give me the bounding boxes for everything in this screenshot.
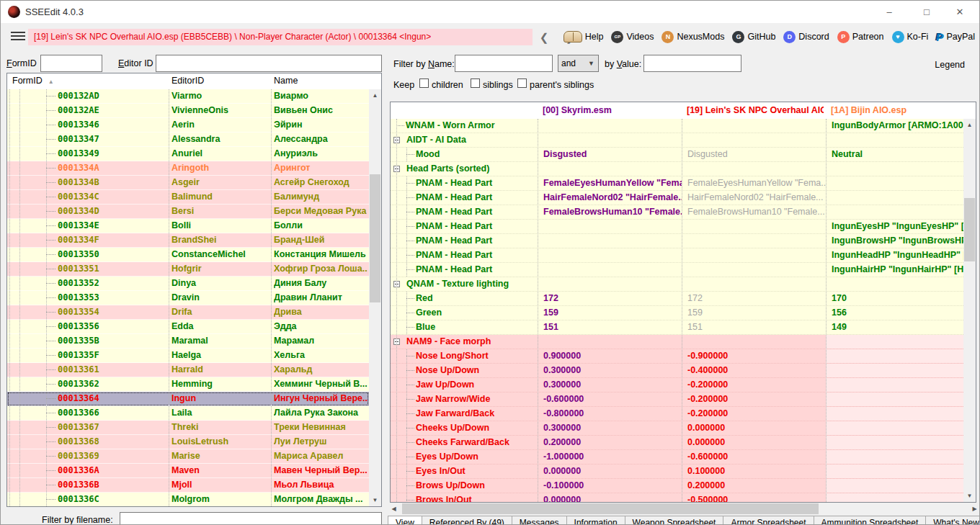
field-row[interactable]: PNAM - Head PartHairFemaleNord02 "HairFe…	[391, 191, 963, 205]
record-row[interactable]: 00013369MariseМариса Аравел	[7, 449, 369, 464]
editorid-column-header[interactable]: EditorID	[172, 76, 204, 86]
lein-column-header[interactable]: [19] Lein's SK NPC Overhaul AIO....	[687, 105, 824, 115]
and-or-select[interactable]: and▼	[558, 55, 599, 72]
field-row[interactable]: Eyes Up/Down-1.000000-0.600000	[391, 450, 963, 465]
videos-link[interactable]: GPVideos	[611, 31, 654, 43]
ko-fi-link[interactable]: ♥Ko-Fi	[892, 31, 929, 43]
bijin-column-header[interactable]: [1A] Bijin AIO.esp	[831, 105, 964, 115]
editorid-input[interactable]	[156, 55, 382, 72]
field-row[interactable]: Cheeks Farward/Back0.2000000.000000	[391, 436, 963, 450]
github-link[interactable]: GGitHub	[732, 31, 775, 43]
field-row[interactable]: WNAM - Worn ArmorIngunBodyArmor [ARMO:1A…	[391, 119, 963, 133]
formid-input[interactable]	[40, 55, 102, 72]
record-row[interactable]: 0001336CMolgromМолгром Дважды ...	[7, 493, 369, 506]
record-row[interactable]: 00013349AnurielАнуриэль	[7, 147, 369, 161]
minimize-button[interactable]: –	[873, 1, 906, 23]
tab-what-s-new[interactable]: What's New	[925, 516, 980, 525]
record-row[interactable]: 00013366LailaЛайла Рука Закона	[7, 406, 369, 421]
field-row[interactable]: Nose Long/Short0.900000-0.900000	[391, 349, 963, 364]
menu-hamburger-icon[interactable]	[11, 32, 25, 42]
field-row[interactable]: Head Parts (sorted)	[391, 162, 963, 176]
field-row[interactable]: Eyes In/Out0.0000000.100000	[391, 465, 963, 479]
close-button[interactable]: ✕	[943, 1, 976, 23]
record-row[interactable]: 000132AEVivienneOnisВивьен Онис	[7, 104, 369, 118]
scroll-left-icon[interactable]: ◀	[388, 503, 400, 515]
field-row[interactable]: Brows In/Out0.000000-0.500000	[391, 493, 963, 502]
record-row-selected[interactable]: 00013364IngunИнгун Черный Вере...	[7, 392, 369, 406]
discord-link[interactable]: DDiscord	[783, 31, 829, 43]
tab-messages[interactable]: Messages	[512, 516, 567, 525]
record-row[interactable]: 0001336BMjollМьол Львица	[7, 478, 369, 493]
record-row[interactable]: 00013347AlessandraАлессандра	[7, 133, 369, 147]
scrollbar-thumb[interactable]	[370, 174, 380, 302]
keep-siblings-checkbox[interactable]	[471, 78, 480, 88]
patreon-link[interactable]: PPatreon	[837, 31, 884, 43]
nexusmods-link[interactable]: NNexusMods	[662, 31, 724, 43]
record-row[interactable]: 00013354DrifaДрива	[7, 305, 369, 320]
scroll-up-icon[interactable]: ▲	[369, 89, 381, 102]
record-row[interactable]: 0001334EBolliБолли	[7, 219, 369, 233]
field-row[interactable]: Nose Up/Down0.300000-0.400000	[391, 364, 963, 378]
field-row[interactable]: NAM9 - Face morph	[391, 335, 963, 349]
field-row[interactable]: PNAM - Head PartIngunBrowsHP "IngunBrows…	[391, 234, 963, 248]
keep-parents-siblings-checkbox[interactable]	[517, 78, 527, 88]
record-row[interactable]: 0001334AAringothАрингот	[7, 161, 369, 176]
field-row[interactable]: Red172172170	[391, 292, 963, 306]
record-row[interactable]: 00013356EddaЭдда	[7, 320, 369, 334]
name-column-header[interactable]: Name	[274, 76, 298, 86]
field-row[interactable]: Blue151151149	[391, 320, 963, 335]
scroll-right-icon[interactable]: ▶	[968, 503, 980, 515]
scroll-down-icon[interactable]: ▼	[963, 490, 976, 502]
record-row[interactable]: 00013353DravinДравин Лланит	[7, 291, 369, 305]
horizontal-scrollbar[interactable]: ◀ ▶	[388, 503, 980, 515]
paypal-link[interactable]: PPayPal	[936, 31, 975, 43]
field-row[interactable]: PNAM - Head PartFemaleBrowsHuman10 "Fema…	[391, 205, 963, 220]
filter-filename-input[interactable]	[120, 512, 382, 525]
record-row[interactable]: 00013350ConstanceMichelКонстанция Мишель	[7, 248, 369, 262]
record-row[interactable]: 000132ADViarmoВиармо	[7, 89, 369, 104]
field-row[interactable]: MoodDisgustedDisgustedNeutral	[391, 148, 963, 162]
record-row[interactable]: 00013361HarraldХаральд	[7, 363, 369, 377]
filter-value-input[interactable]	[643, 55, 741, 72]
tab-referenced-by-49-[interactable]: Referenced By (49)	[422, 516, 512, 525]
record-row[interactable]: 0001335FHaelgaХельга	[7, 349, 369, 363]
field-row[interactable]: Cheeks Up/Down0.3000000.000000	[391, 421, 963, 436]
field-row[interactable]: Jaw Up/Down0.300000-0.200000	[391, 378, 963, 392]
scroll-up-icon[interactable]: ▲	[963, 119, 976, 131]
field-row[interactable]: AIDT - AI Data	[391, 133, 963, 148]
field-row[interactable]: Green159159156	[391, 306, 963, 320]
record-row[interactable]: 0001334FBrandSheiБранд-Шей	[7, 233, 369, 248]
record-list-scrollbar[interactable]: ▲ ▼	[369, 89, 381, 506]
keep-children-checkbox[interactable]	[419, 78, 429, 88]
field-row[interactable]: QNAM - Texture lighting	[391, 277, 963, 292]
record-row[interactable]: 0001336AMavenМавен Черный Вер...	[7, 464, 369, 478]
field-row[interactable]: Jaw Farward/Back-0.800000-0.200000	[391, 407, 963, 421]
compare-table-scrollbar[interactable]: ▲ ▼	[963, 119, 976, 502]
tab-ammunition-spreadsheet[interactable]: Ammunition Spreadsheet	[814, 516, 927, 525]
tab-armor-spreadsheet[interactable]: Armor Spreadsheet	[723, 516, 814, 525]
skyrim-column-header[interactable]: [00] Skyrim.esm	[543, 105, 680, 115]
field-row[interactable]: Brows Up/Down-0.1000000.200000	[391, 479, 963, 493]
maximize-button[interactable]: □	[910, 1, 943, 23]
field-row[interactable]: PNAM - Head PartIngunHeadHP "IngunHeadHP…	[391, 248, 963, 263]
record-row[interactable]: 00013368LouisLetrushЛуи Летруш	[7, 435, 369, 449]
scrollbar-thumb[interactable]	[964, 198, 975, 261]
field-row[interactable]: Jaw Narrow/Wide-0.600000-0.200000	[391, 392, 963, 407]
record-row[interactable]: 00013351HofgrirХофгир Гроза Лоша...	[7, 262, 369, 277]
field-row[interactable]: PNAM - Head PartIngunEyesHP "IngunEyesHP…	[391, 220, 963, 234]
scroll-down-icon[interactable]: ▼	[369, 494, 381, 506]
record-row[interactable]: 00013352DinyaДиния Балу	[7, 277, 369, 291]
scrollbar-thumb[interactable]	[402, 503, 819, 514]
tab-weapon-spreadsheet[interactable]: Weapon Spreadsheet	[625, 516, 724, 525]
record-row[interactable]: 0001334BAsgeirАсгейр Снегоход	[7, 176, 369, 190]
record-row[interactable]: 00013346AerinЭйрин	[7, 118, 369, 133]
field-row[interactable]: PNAM - Head PartIngunHairHP "IngunHairHP…	[391, 263, 963, 277]
record-row[interactable]: 00013362HemmingХемминг Черный В...	[7, 377, 369, 392]
filter-name-input[interactable]	[455, 55, 553, 72]
record-row[interactable]: 00013367ThrekiТреки Невинная	[7, 421, 369, 435]
legend-link[interactable]: Legend	[935, 60, 965, 70]
record-row[interactable]: 0001335BMaramalМарамал	[7, 334, 369, 349]
record-row[interactable]: 0001334DBersiБерси Медовая Рука	[7, 205, 369, 219]
help-link[interactable]: Help	[564, 31, 604, 42]
record-row[interactable]: 0001334CBalimundБалимунд	[7, 190, 369, 205]
